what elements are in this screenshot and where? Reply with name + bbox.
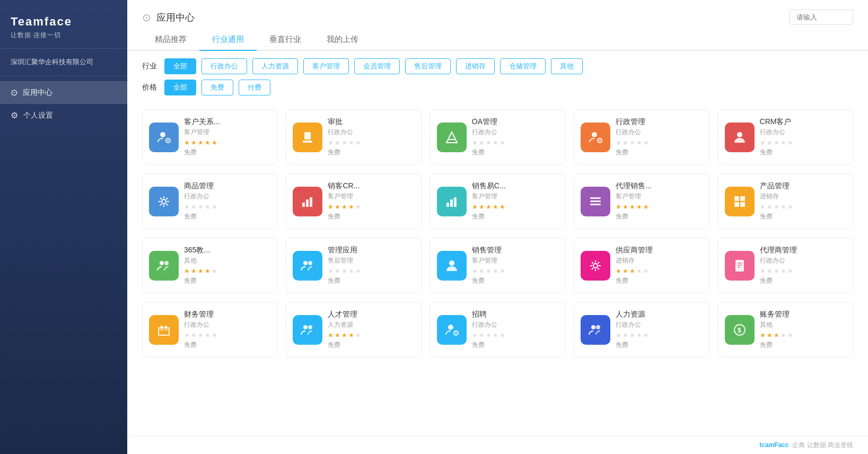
tab-my-upload[interactable]: 我的上传: [314, 29, 371, 51]
app-stars: ★★★★★: [328, 331, 414, 339]
star-icon: ★: [781, 203, 786, 211]
industry-filter-customer[interactable]: 客户管理: [303, 58, 349, 74]
svg-rect-13: [310, 197, 312, 207]
app-info: 账务管理 其他 ★★★★★ 免费: [760, 310, 846, 350]
star-icon: ★: [472, 331, 478, 339]
app-card[interactable]: 行政管理 行政办公 ★★★★★ 免费: [574, 109, 709, 165]
star-icon: ★: [328, 203, 334, 211]
star-icon: ★: [348, 331, 354, 339]
industry-filter-all[interactable]: 全部: [164, 58, 196, 74]
app-stars: ★★★★★: [184, 139, 270, 146]
tab-industry-common[interactable]: 行业通用: [199, 29, 257, 51]
star-icon: ★: [348, 267, 354, 275]
svg-point-25: [164, 261, 169, 265]
svg-rect-37: [165, 326, 167, 329]
app-card[interactable]: 销客CR... 客户管理 ★★★★★ 免费: [286, 173, 421, 229]
app-icon-box: [149, 123, 179, 152]
app-price: 免费: [472, 276, 558, 285]
app-card[interactable]: 管理应用 售后管理 ★★★★★ 免费: [286, 238, 421, 293]
app-card[interactable]: OA管理 行政办公 ★★★★★ 免费: [430, 109, 565, 165]
app-info: 审批 行政办公 ★★★★★ 免费: [328, 117, 414, 157]
star-icon: ★: [191, 203, 197, 211]
star-icon: ★: [767, 267, 773, 275]
app-price: 免费: [760, 276, 846, 285]
app-card[interactable]: 365教... 其他 ★★★★★ 免费: [142, 238, 277, 293]
app-stars: ★★★★★: [760, 331, 846, 339]
app-name: 代理销售...: [616, 181, 702, 191]
app-stars: ★★★★★: [328, 203, 414, 211]
app-card[interactable]: 产品管理 进销存 ★★★★★ 免费: [718, 173, 853, 229]
app-info: 代理商管理 行政办公 ★★★★★ 免费: [760, 246, 846, 285]
app-card[interactable]: 代理销售... 客户管理 ★★★★★ 免费: [574, 173, 709, 229]
industry-filter-member[interactable]: 会员管理: [354, 58, 400, 74]
industry-filter-other[interactable]: 其他: [551, 58, 583, 74]
star-icon: ★: [341, 331, 347, 339]
app-category: 行政办公: [328, 128, 414, 137]
tab-featured[interactable]: 精品推荐: [142, 29, 199, 51]
star-icon: ★: [636, 331, 642, 339]
app-card[interactable]: 销售管理 客户管理 ★★★★★ 免费: [430, 238, 565, 293]
app-price: 免费: [616, 212, 702, 221]
app-stars: ★★★★★: [616, 139, 702, 146]
star-icon: ★: [472, 139, 478, 146]
app-icon-box: [293, 187, 322, 216]
app-price: 免费: [328, 340, 414, 350]
star-icon: ★: [643, 267, 649, 275]
app-price: 免费: [760, 340, 846, 350]
industry-filter-admin[interactable]: 行政办公: [201, 58, 247, 74]
page-title-icon: ⊙: [142, 11, 151, 24]
app-card[interactable]: $ 账务管理 其他 ★★★★★ 免费: [718, 302, 853, 357]
star-icon: ★: [328, 267, 334, 275]
app-card[interactable]: 代理商管理 行政办公 ★★★★★ 免费: [718, 238, 853, 293]
industry-filter-warehouse[interactable]: 仓储管理: [500, 58, 546, 74]
star-icon: ★: [355, 331, 361, 339]
app-card[interactable]: 人才管理 人力资源 ★★★★★ 免费: [286, 302, 421, 357]
star-icon: ★: [212, 139, 217, 146]
star-icon: ★: [205, 267, 211, 275]
app-card[interactable]: 客户关系... 客户管理 ★★★★★ 免费: [142, 109, 277, 165]
app-card[interactable]: 审批 行政办公 ★★★★★ 免费: [286, 109, 421, 165]
app-name: 销客CR...: [328, 181, 414, 191]
industry-filter-hr[interactable]: 人力资源: [252, 58, 298, 74]
app-icon-box: [725, 187, 755, 216]
app-card[interactable]: 人力资源 行政办公 ★★★★★ 免费: [574, 302, 709, 357]
app-card[interactable]: CRM客户 行政办公 ★★★★★ 免费: [718, 109, 853, 165]
app-card[interactable]: 商品管理 行政办公 ★★★★★ 免费: [142, 173, 277, 229]
industry-filter-purchase[interactable]: 进销存: [456, 58, 495, 74]
app-price: 免费: [760, 212, 846, 221]
sidebar-item-app-center[interactable]: ⊙ 应用中心: [0, 81, 127, 104]
app-card[interactable]: 销售易C... 客户管理 ★★★★★ 免费: [430, 173, 565, 229]
sidebar-item-personal-settings[interactable]: ⚙ 个人设置: [0, 104, 127, 127]
star-icon: ★: [636, 203, 642, 211]
star-icon: ★: [348, 203, 354, 211]
star-icon: ★: [472, 267, 478, 275]
price-filter-paid[interactable]: 付费: [239, 80, 270, 95]
industry-filter-aftersales[interactable]: 售后管理: [405, 58, 451, 74]
price-filter-label: 价格: [142, 83, 159, 92]
app-icon-box: [581, 123, 610, 152]
app-name: 人才管理: [328, 310, 414, 319]
price-filter-all[interactable]: 全部: [164, 80, 196, 95]
price-filter-free[interactable]: 免费: [201, 80, 233, 95]
brand-subtitle: 让数据·连接一切: [11, 31, 117, 40]
app-card[interactable]: 招聘 行政办公 ★★★★★ 免费: [430, 302, 565, 357]
tab-vertical[interactable]: 垂直行业: [257, 29, 314, 51]
svg-rect-23: [740, 202, 745, 207]
app-stars: ★★★★★: [328, 267, 414, 275]
sidebar: Teamface 让数据·连接一切 深圳汇聚华企科技有限公司 ⊙ 应用中心 ⚙ …: [0, 0, 127, 454]
app-icon-box: [437, 187, 467, 216]
app-name: 客户关系...: [184, 117, 270, 127]
app-name: 产品管理: [760, 181, 846, 191]
svg-rect-17: [590, 197, 601, 199]
svg-rect-3: [304, 132, 311, 139]
search-input[interactable]: [790, 10, 853, 25]
star-icon: ★: [335, 139, 340, 146]
star-icon: ★: [355, 203, 361, 211]
app-name: CRM客户: [760, 117, 846, 127]
app-card[interactable]: 财务管理 行政办公 ★★★★★ 免费: [142, 302, 277, 357]
star-icon: ★: [616, 203, 621, 211]
app-price: 免费: [472, 212, 558, 221]
app-card[interactable]: 供应商管理 进销存 ★★★★★ 免费: [574, 238, 709, 293]
page-header: ⊙ 应用中心: [127, 0, 868, 25]
app-info: 代理销售... 客户管理 ★★★★★ 免费: [616, 181, 702, 221]
